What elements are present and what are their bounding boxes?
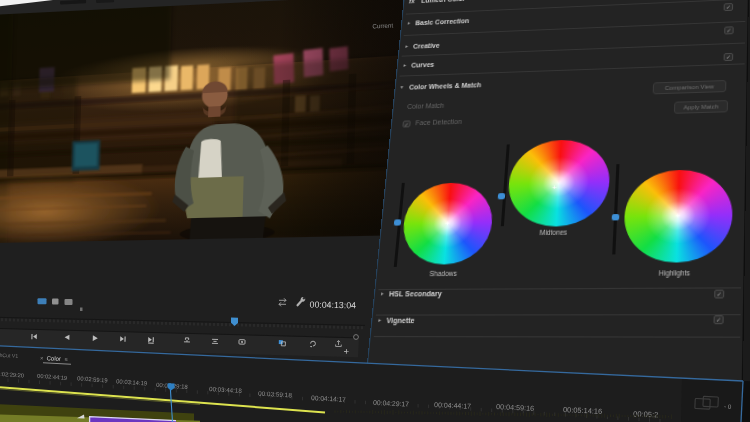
svg-text:×: × xyxy=(40,355,44,361)
svg-text:+: + xyxy=(343,346,349,357)
svg-text:≡: ≡ xyxy=(64,356,68,362)
svg-text:Current: Current xyxy=(372,21,393,29)
svg-text:RoughCut V1: RoughCut V1 xyxy=(0,351,18,359)
svg-text:- 0: - 0 xyxy=(724,403,732,410)
svg-text:00:04:59:16: 00:04:59:16 xyxy=(496,402,534,413)
svg-text:Color: Color xyxy=(46,355,61,362)
svg-text:00:05:2: 00:05:2 xyxy=(633,409,659,419)
svg-text:00:04:13:04: 00:04:13:04 xyxy=(309,300,356,311)
